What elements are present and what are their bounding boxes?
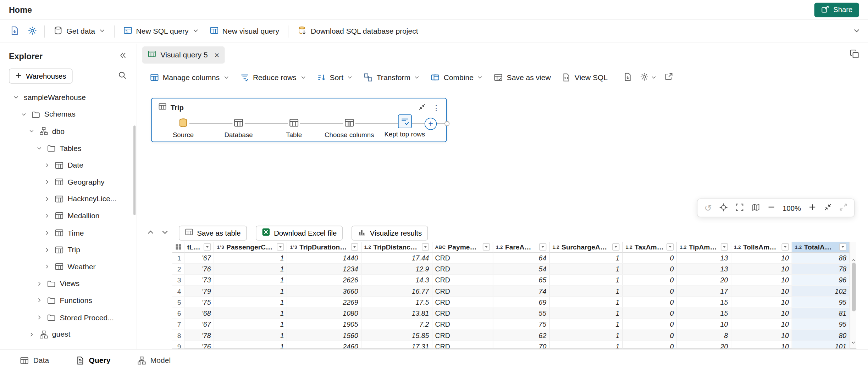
tree-item-time[interactable]: Time — [0, 224, 137, 241]
column-header-tripdurationseconds[interactable]: 1²3TripDurationSeconds — [287, 242, 361, 253]
tree-item-trip[interactable]: Trip — [0, 241, 137, 258]
tree-item-medallion[interactable]: Medallion — [0, 207, 137, 224]
filter-dropdown-surchargeamount[interactable] — [612, 243, 619, 251]
column-header-taxamount[interactable]: 1.2TaxAmount — [623, 242, 677, 253]
tab-visual-query-5[interactable]: Visual query 5 × — [142, 46, 225, 63]
search-button[interactable] — [117, 70, 128, 83]
tree-item-samplewarehouse[interactable]: sampleWarehouse — [0, 89, 137, 106]
query-settings-button[interactable] — [640, 72, 657, 83]
chevron-right-icon[interactable] — [37, 281, 43, 287]
chevron-right-icon[interactable] — [29, 332, 35, 337]
fit-to-screen-button[interactable] — [735, 203, 744, 213]
transform-button[interactable]: Transform — [358, 69, 425, 86]
chevron-down-icon[interactable] — [13, 95, 20, 100]
open-in-new-window-button[interactable] — [664, 72, 673, 83]
collapse-ribbon-button[interactable] — [853, 27, 860, 36]
add-warehouses-button[interactable]: Warehouses — [9, 69, 72, 84]
save-as-table-button[interactable]: Save as table — [179, 225, 247, 240]
zoom-out-button[interactable] — [767, 203, 775, 213]
row-number[interactable]: 6 — [172, 308, 184, 319]
step-table[interactable]: Table — [266, 117, 322, 139]
undo-button[interactable]: ↺ — [704, 203, 712, 213]
filter-dropdown-tipamount[interactable] — [721, 243, 728, 251]
filter-dropdown-totalamount[interactable] — [839, 243, 846, 251]
chevron-down-icon[interactable] — [29, 129, 35, 134]
tree-item-functions[interactable]: Functions — [0, 292, 137, 309]
close-tab-button[interactable]: × — [212, 51, 219, 59]
view-tab-data[interactable]: Data — [17, 355, 52, 365]
column-header-fareamount[interactable]: 1.2FareAmount — [493, 242, 549, 253]
row-number[interactable]: 5 — [172, 297, 184, 308]
chevron-down-icon[interactable] — [37, 146, 43, 151]
import-file-button[interactable] — [6, 23, 23, 40]
grid-vertical-scrollbar[interactable] — [850, 242, 856, 348]
row-number[interactable]: 3 — [172, 275, 184, 286]
trip-query-node[interactable]: Trip ⋮ SourceDatabaseTableChoose columns… — [151, 98, 447, 142]
collapse-results-button[interactable] — [824, 203, 832, 213]
expand-canvas-button[interactable] — [839, 203, 847, 213]
scrollbar-thumb[interactable] — [852, 263, 856, 311]
chevron-right-icon[interactable] — [44, 264, 51, 270]
new-visual-query-button[interactable]: New visual query — [204, 22, 285, 40]
chevron-right-icon[interactable] — [37, 298, 43, 303]
chevron-right-icon[interactable] — [44, 196, 51, 202]
column-header-tripdistancemiles[interactable]: 1.2TripDistanceMiles — [361, 242, 432, 253]
reduce-rows-button[interactable]: Reduce rows — [234, 69, 311, 86]
node-output-port[interactable] — [444, 121, 449, 126]
row-number[interactable]: 8 — [172, 330, 184, 341]
filter-dropdown-fareamount[interactable] — [539, 243, 546, 251]
step-database[interactable]: Database — [211, 117, 266, 139]
filter-dropdown-tollsamount[interactable] — [782, 243, 789, 251]
tree-item-schemas[interactable]: Schemas — [0, 106, 137, 123]
scroll-down-arrow[interactable] — [850, 337, 856, 347]
row-number[interactable]: 7 — [172, 319, 184, 330]
manage-columns-button[interactable]: Manage columns — [144, 69, 234, 86]
tree-item-weather[interactable]: Weather — [0, 258, 137, 275]
get-data-button[interactable]: Get data — [48, 22, 111, 40]
download-excel-button[interactable]: Download Excel file — [256, 225, 343, 240]
sort-button[interactable]: Sort — [311, 69, 358, 86]
zoom-in-button[interactable] — [808, 203, 816, 213]
column-header-tlong[interactable]: tLong — [184, 242, 214, 253]
copy-button[interactable] — [850, 49, 859, 60]
share-button[interactable]: Share — [814, 2, 859, 17]
new-sql-query-button[interactable]: New SQL query — [118, 22, 204, 40]
filter-dropdown-taxamount[interactable] — [667, 243, 674, 251]
column-header-passengercount[interactable]: 1²3PassengerCount — [214, 242, 287, 253]
combine-button[interactable]: Combine — [425, 69, 488, 86]
node-menu-button[interactable]: ⋮ — [431, 104, 442, 112]
tree-item-hackneylice[interactable]: HackneyLice... — [0, 191, 137, 208]
chevron-down-icon[interactable] — [21, 112, 28, 117]
chevron-right-icon[interactable] — [44, 213, 51, 219]
step-source[interactable]: Source — [156, 117, 211, 139]
query-canvas[interactable]: Trip ⋮ SourceDatabaseTableChoose columns… — [138, 89, 868, 224]
row-number[interactable]: 2 — [172, 264, 184, 274]
home-menu[interactable]: Home — [9, 5, 32, 15]
filter-dropdown-paymenttype[interactable] — [483, 243, 490, 251]
center-canvas-button[interactable] — [719, 203, 728, 213]
sidebar-scrollbar[interactable] — [133, 125, 136, 215]
minimap-button[interactable] — [751, 203, 760, 213]
view-sql-button[interactable]: View SQL — [556, 69, 613, 86]
row-number[interactable]: 1 — [172, 253, 184, 263]
expand-results-up-button[interactable] — [145, 227, 155, 239]
collapse-node-button[interactable] — [418, 102, 426, 112]
tree-item-guest[interactable]: guest — [0, 326, 137, 343]
collapse-explorer-button[interactable] — [118, 50, 128, 62]
column-header-totalamount[interactable]: 1.2TotalAmount — [792, 242, 850, 253]
view-tab-model[interactable]: Model — [134, 355, 174, 365]
column-header-tipamount[interactable]: 1.2TipAmount — [677, 242, 731, 253]
filter-dropdown-passengercount[interactable] — [277, 243, 284, 251]
row-number[interactable]: 9 — [172, 341, 184, 349]
tree-item-stored-proced[interactable]: Stored Proced... — [0, 309, 137, 326]
chevron-right-icon[interactable] — [44, 179, 51, 185]
row-number[interactable]: 4 — [172, 286, 184, 297]
step-kept-top-rows[interactable]: Kept top rows — [377, 117, 432, 138]
tree-item-date[interactable]: Date — [0, 157, 137, 174]
select-all-cell[interactable] — [172, 242, 184, 253]
chevron-right-icon[interactable] — [44, 162, 51, 168]
collapse-results-down-button[interactable] — [160, 227, 170, 239]
download-sql-project-button[interactable]: Download SQL database project — [292, 22, 424, 40]
tree-item-dbo[interactable]: dbo — [0, 123, 137, 140]
column-header-tollsamount[interactable]: 1.2TollsAmount — [731, 242, 792, 253]
